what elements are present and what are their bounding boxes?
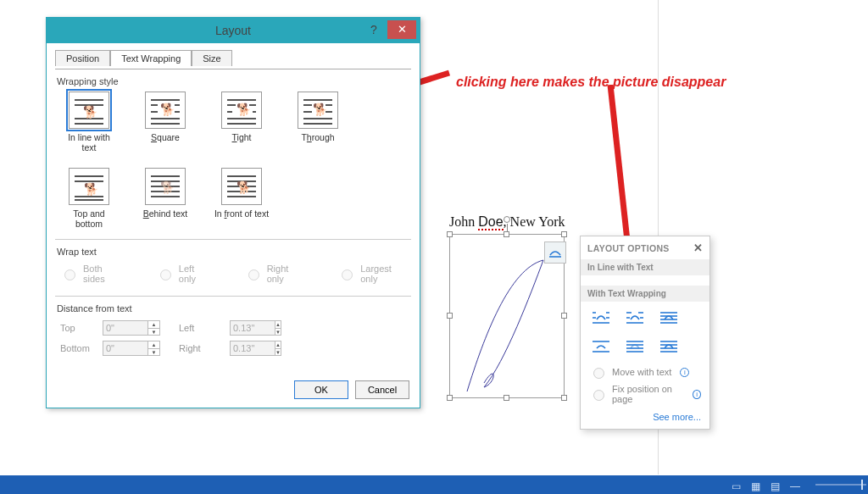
flyout-radio-fix-position: Fix position on pagei [581,381,709,407]
zoom-slider-track[interactable] [815,484,866,486]
resize-handle[interactable] [561,313,567,319]
radio-left-only: Left only [156,264,210,284]
wrap-label: Through [301,132,334,142]
wrap-option-topbottom[interactable]: 🐕 Top and bottom [60,168,118,229]
view-read-mode-icon[interactable]: ▭ [732,480,741,492]
dist-bottom-input: ▲▼ [103,341,162,356]
rotate-handle[interactable] [504,216,510,223]
dialog-title: Layout [215,24,251,37]
resize-handle[interactable] [561,395,567,401]
flyout-title: LAYOUT OPTIONS [587,243,670,253]
dist-left-input: ▲▼ [230,320,272,336]
ok-button[interactable]: OK [294,380,348,399]
status-bar: ▭ ▦ ▤ — [0,475,868,494]
dist-right-input: ▲▼ [230,341,272,356]
dist-top-label: Top [60,323,103,333]
annotation-text: clicking here makes the picture disappea… [456,75,726,90]
layout-dialog: Layout ? ✕ Position Text Wrapping Size W… [46,17,420,408]
flyout-option-behind[interactable] [621,336,648,358]
wrap-label: Top and bottom [73,208,104,229]
wrap-option-through[interactable]: 🐕 Through [289,92,347,153]
layout-options-button[interactable] [544,241,566,264]
dist-bottom-label: Bottom [60,343,103,353]
flyout-radio-move-with-text: Move with texti [581,363,709,381]
dist-right-label: Right [179,343,230,353]
layout-options-flyout: LAYOUT OPTIONS ✕ In Line with Text With … [580,236,710,430]
wrap-option-tight[interactable]: 🐕 Tight [213,92,270,153]
wrapping-style-grid: 🐕 In line with text 🐕 Square [55,90,411,230]
zoom-slider-thumb[interactable] [861,480,863,490]
flyout-section-inline: In Line with Text [581,259,709,275]
wrap-option-infront[interactable]: 🐕 In front of text [213,168,270,229]
wrap-label: In front of text [214,208,269,219]
radio-largest-only: Largest only [337,264,406,284]
flyout-section-wrap: With Text Wrapping [581,286,709,302]
wrap-label: Behind text [143,208,188,219]
flyout-option-through[interactable] [655,307,682,329]
wrap-label: Tight [232,132,252,142]
view-web-layout-icon[interactable]: ▤ [771,480,780,492]
view-print-layout-icon[interactable]: ▦ [751,480,760,492]
radio-right-only: Right only [244,264,304,284]
flyout-option-square[interactable] [587,307,615,329]
cancel-button[interactable]: Cancel [355,380,409,399]
resize-handle[interactable] [504,231,509,237]
wrap-label: Square [151,132,180,142]
tab-text-wrapping[interactable]: Text Wrapping [110,50,192,66]
dist-left-label: Left [179,323,230,333]
flyout-option-topbottom[interactable] [587,336,615,358]
close-icon[interactable]: ✕ [387,20,416,39]
flyout-option-tight[interactable] [621,307,648,329]
wrap-option-square[interactable]: 🐕 Square [136,92,194,153]
dialog-titlebar[interactable]: Layout ? ✕ [47,18,420,43]
resize-handle[interactable] [447,231,453,237]
dist-top-input: ▲▼ [103,320,162,336]
help-icon[interactable]: ? [362,20,386,39]
flyout-option-infront[interactable] [655,336,682,358]
radio-both-sides: Both sides [60,264,122,284]
wrap-option-inline[interactable]: 🐕 In line with text [60,92,118,153]
wrap-label: In line with text [68,132,110,153]
tab-size[interactable]: Size [192,50,231,66]
wrap-option-behind[interactable]: 🐕 Behind text [136,168,194,229]
flyout-close-icon[interactable]: ✕ [693,241,703,254]
layout-options-icon [548,247,563,258]
distance-label: Distance from text [57,303,411,314]
resize-handle[interactable] [447,313,453,319]
zoom-out-icon[interactable]: — [790,480,800,492]
tab-position[interactable]: Position [55,50,110,66]
wrap-text-label: Wrap text [57,247,411,257]
resize-handle[interactable] [561,231,567,237]
wrapping-style-label: Wrapping style [57,76,411,86]
resize-handle[interactable] [447,395,453,401]
resize-handle[interactable] [504,395,509,401]
flyout-see-more-link[interactable]: See more... [581,407,709,429]
